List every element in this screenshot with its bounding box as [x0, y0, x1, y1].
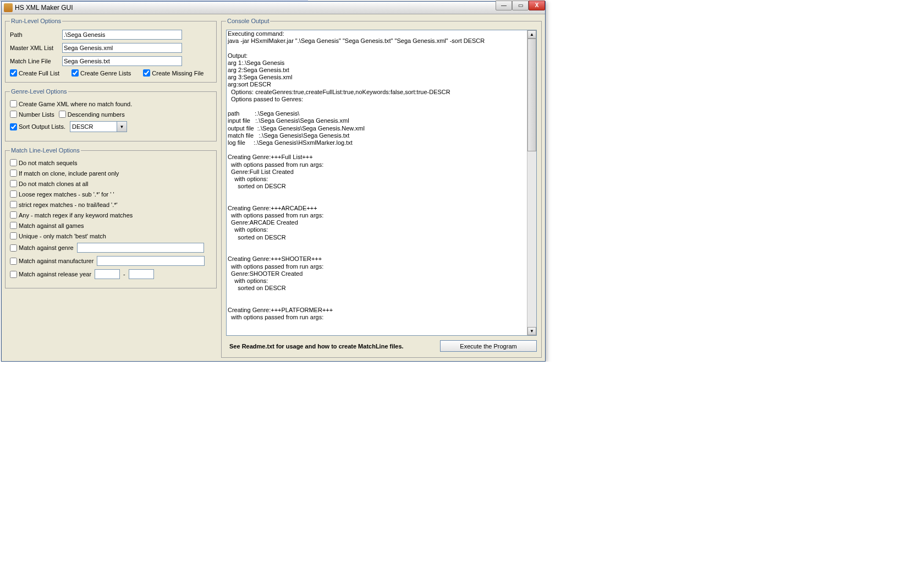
- release-year-to-input[interactable]: [129, 269, 154, 279]
- execute-button[interactable]: Execute the Program: [440, 340, 537, 352]
- match-line-file-label: Match Line File: [10, 58, 62, 64]
- match-release-year-checkbox[interactable]: Match against release year: [10, 271, 91, 278]
- scroll-up-arrow-icon[interactable]: ▲: [527, 30, 536, 39]
- titlebar[interactable]: HS XML Maker GUI — ▭ X: [2, 2, 545, 14]
- scroll-thumb[interactable]: [527, 39, 536, 151]
- sort-output-lists-checkbox[interactable]: Sort Output Lists.: [10, 123, 65, 130]
- run-level-options-group: Run-Level Options Path Master XML List M…: [5, 18, 217, 83]
- no-match-clones-label: Do not match clones at all: [19, 181, 89, 187]
- sort-order-value: DESCR: [70, 122, 117, 132]
- sort-output-lists-label: Sort Output Lists.: [19, 123, 65, 130]
- no-match-sequels-label: Do not match sequels: [19, 160, 77, 166]
- create-missing-file-checkbox[interactable]: Create Missing File: [143, 69, 204, 77]
- descending-numbers-label: Descending numbers: [68, 111, 125, 118]
- minimize-button[interactable]: —: [496, 1, 512, 10]
- create-missing-file-label: Create Missing File: [152, 70, 204, 77]
- clone-parent-only-checkbox[interactable]: If match on clone, include parent only: [10, 170, 212, 177]
- create-genre-lists-label: Create Genre Lists: [80, 70, 131, 77]
- master-xml-label: Master XML List: [10, 45, 62, 51]
- match-manufacturer-input[interactable]: [97, 256, 205, 266]
- genre-level-legend: Genre-Level Options: [10, 88, 68, 95]
- loose-regex-label: Loose regex matches - sub '.*' for ' ': [19, 191, 114, 198]
- no-match-sequels-checkbox[interactable]: Do not match sequels: [10, 159, 212, 166]
- create-game-xml-checkbox[interactable]: Create Game XML where no match found.: [10, 100, 132, 107]
- number-lists-checkbox[interactable]: Number Lists: [10, 111, 54, 118]
- client-area: Run-Level Options Path Master XML List M…: [2, 14, 545, 361]
- scroll-down-arrow-icon[interactable]: ▼: [527, 327, 536, 335]
- master-xml-input[interactable]: [62, 43, 182, 53]
- match-genre-label: Match against genre: [19, 244, 74, 251]
- no-match-clones-checkbox[interactable]: Do not match clones at all: [10, 180, 212, 187]
- any-match-checkbox[interactable]: Any - match regex if any keyword matches: [10, 211, 212, 219]
- chevron-down-icon: ▼: [117, 122, 127, 132]
- create-genre-lists-checkbox[interactable]: Create Genre Lists: [72, 69, 131, 77]
- console-text: Executing command: java -jar HSxmlMaker.…: [227, 30, 527, 335]
- unique-best-checkbox[interactable]: Unique - only match 'best' match: [10, 232, 212, 239]
- match-all-games-checkbox[interactable]: Match against all games: [10, 222, 212, 229]
- readme-hint: See Readme.txt for usage and how to crea…: [226, 343, 435, 350]
- match-genre-input[interactable]: [77, 243, 204, 253]
- strict-regex-checkbox[interactable]: strict regex matches - no trail/lead '.*…: [10, 201, 212, 208]
- clone-parent-only-label: If match on clone, include parent only: [19, 170, 119, 177]
- maximize-button[interactable]: ▭: [512, 1, 529, 10]
- year-separator: -: [123, 271, 125, 277]
- console-output-area[interactable]: Executing command: java -jar HSxmlMaker.…: [226, 30, 537, 336]
- match-line-level-legend: Match Line-Level Options: [10, 147, 81, 154]
- descending-numbers-checkbox[interactable]: Descending numbers: [59, 111, 125, 118]
- match-manufacturer-label: Match against manufacturer: [19, 258, 94, 264]
- match-line-level-options-group: Match Line-Level Options Do not match se…: [5, 147, 217, 288]
- java-icon: [4, 3, 13, 12]
- left-column: Run-Level Options Path Master XML List M…: [5, 18, 217, 358]
- console-output-group: Console Output Executing command: java -…: [221, 18, 542, 358]
- match-manufacturer-checkbox[interactable]: Match against manufacturer: [10, 258, 94, 265]
- match-release-year-label: Match against release year: [19, 271, 91, 277]
- app-window: HS XML Maker GUI — ▭ X Run-Level Options…: [1, 1, 546, 362]
- strict-regex-label: strict regex matches - no trail/lead '.*…: [19, 201, 118, 208]
- sort-order-select[interactable]: DESCR ▼: [70, 121, 127, 132]
- console-output-legend: Console Output: [226, 18, 270, 24]
- create-game-xml-label: Create Game XML where no match found.: [19, 101, 132, 107]
- match-line-file-input[interactable]: [62, 56, 182, 66]
- loose-regex-checkbox[interactable]: Loose regex matches - sub '.*' for ' ': [10, 190, 212, 198]
- any-match-label: Any - match regex if any keyword matches: [19, 212, 133, 219]
- close-button[interactable]: X: [529, 1, 545, 10]
- genre-level-options-group: Genre-Level Options Create Game XML wher…: [5, 88, 217, 141]
- number-lists-label: Number Lists: [19, 111, 54, 118]
- path-input[interactable]: [62, 30, 182, 40]
- console-scrollbar[interactable]: ▲ ▼: [527, 30, 536, 335]
- create-full-list-label: Create Full List: [19, 70, 59, 77]
- right-column: Console Output Executing command: java -…: [221, 18, 542, 358]
- path-label: Path: [10, 31, 62, 38]
- match-all-games-label: Match against all games: [19, 222, 84, 229]
- window-title: HS XML Maker GUI: [15, 4, 73, 12]
- release-year-from-input[interactable]: [95, 269, 120, 279]
- unique-best-label: Unique - only match 'best' match: [19, 233, 106, 239]
- window-controls: — ▭ X: [496, 1, 545, 10]
- run-level-legend: Run-Level Options: [10, 18, 62, 24]
- create-full-list-checkbox[interactable]: Create Full List: [10, 69, 59, 77]
- match-genre-checkbox[interactable]: Match against genre: [10, 244, 74, 252]
